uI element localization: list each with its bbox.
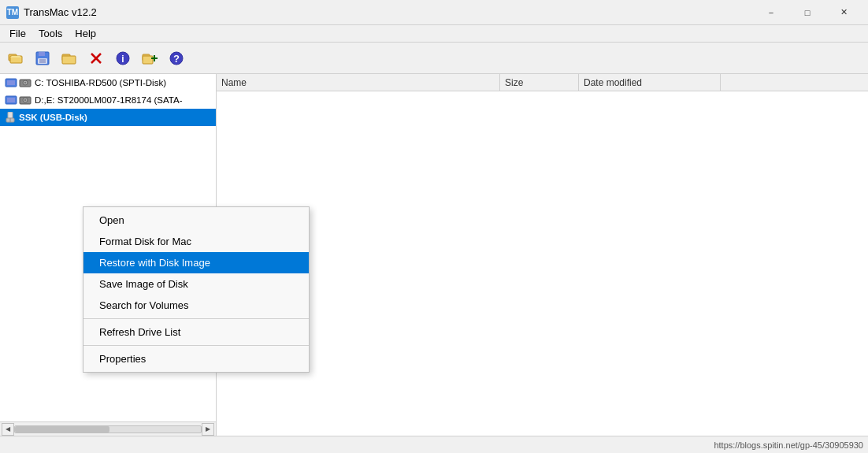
title-bar-controls: − □ ✕ <box>753 0 862 25</box>
drive-label-c: C: TOSHIBA-RD500 (SPTI-Disk) <box>35 78 166 87</box>
drive-item-d[interactable]: D:,E: ST2000LM007-1R8174 (SATA- <box>0 91 216 109</box>
svg-text:i: i <box>121 54 124 65</box>
svg-rect-28 <box>8 112 13 118</box>
drive-icon-c <box>5 77 17 88</box>
scroll-right-button[interactable]: ▶ <box>202 423 214 436</box>
close-button[interactable]: ✕ <box>825 0 862 25</box>
ctx-separator-2 <box>83 345 309 346</box>
delete-button[interactable] <box>83 46 109 71</box>
info-icon: i <box>115 50 131 66</box>
ctx-separator-1 <box>83 318 309 319</box>
new-folder-button[interactable] <box>137 46 162 71</box>
right-panel: Name Size Date modified <box>217 74 868 436</box>
svg-text:?: ? <box>173 53 180 65</box>
col-header-date: Date modified <box>579 74 721 91</box>
ctx-format[interactable]: Format Disk for Mac <box>83 231 309 252</box>
disk-icon-c <box>19 77 32 88</box>
svg-point-22 <box>24 82 26 84</box>
svg-rect-5 <box>39 59 46 63</box>
maximize-button[interactable]: □ <box>789 0 825 25</box>
menu-tools[interactable]: Tools <box>32 26 69 41</box>
ctx-open[interactable]: Open <box>83 210 309 231</box>
left-scrollbar: ◀ ▶ <box>0 421 216 436</box>
ctx-restore[interactable]: Restore with Disk Image <box>83 252 309 273</box>
status-bar: https://blogs.spitin.net/gp-45/30905930 <box>0 436 868 453</box>
svg-rect-24 <box>7 98 15 102</box>
svg-rect-3 <box>39 52 45 56</box>
menu-help[interactable]: Help <box>69 26 102 41</box>
menu-bar: File Tools Help <box>0 25 868 43</box>
folder-icon <box>61 50 77 66</box>
svg-rect-13 <box>143 56 153 64</box>
svg-point-27 <box>24 99 26 101</box>
status-text: https://blogs.spitin.net/gp-45/30905930 <box>714 440 863 450</box>
usb-icon <box>5 112 16 123</box>
drive-label-usb: SSK (USB-Disk) <box>19 113 87 122</box>
app-title: TransMac v12.2 <box>24 6 97 18</box>
save-button[interactable] <box>30 46 55 71</box>
help-button[interactable]: ? <box>164 46 189 71</box>
drive-item-usb[interactable]: SSK (USB-Disk) <box>0 109 216 126</box>
open-icon <box>8 50 24 66</box>
menu-file[interactable]: File <box>3 26 32 41</box>
scrollbar-thumb[interactable] <box>15 426 109 433</box>
app-icon: TM <box>6 6 19 19</box>
open-button[interactable] <box>3 46 28 71</box>
toolbar: i ? <box>0 43 868 74</box>
help-icon: ? <box>169 50 184 66</box>
svg-rect-19 <box>7 80 15 85</box>
ctx-refresh[interactable]: Refresh Drive List <box>83 321 309 343</box>
ctx-properties[interactable]: Properties <box>83 348 309 369</box>
ctx-search-volumes[interactable]: Search for Volumes <box>83 295 309 316</box>
new-folder-icon <box>142 50 158 66</box>
folder-button[interactable] <box>57 46 82 71</box>
save-icon <box>35 50 50 66</box>
col-header-size: Size <box>500 74 579 91</box>
context-menu: Open Format Disk for Mac Restore with Di… <box>83 206 310 373</box>
drive-icon-d <box>5 95 17 106</box>
drive-item-c[interactable]: C: TOSHIBA-RD500 (SPTI-Disk) <box>0 74 216 91</box>
disk-icon-d <box>19 95 32 106</box>
scroll-left-button[interactable]: ◀ <box>2 423 14 436</box>
minimize-button[interactable]: − <box>753 0 789 25</box>
info-button[interactable]: i <box>110 46 135 71</box>
column-headers: Name Size Date modified <box>217 74 868 91</box>
svg-rect-7 <box>62 56 76 64</box>
title-bar-left: TM TransMac v12.2 <box>6 6 97 19</box>
scrollbar-track[interactable] <box>14 425 202 433</box>
file-area <box>217 91 868 436</box>
delete-icon <box>88 50 104 66</box>
ctx-save-image[interactable]: Save Image of Disk <box>83 273 309 295</box>
main-area: C: TOSHIBA-RD500 (SPTI-Disk) D:,E: ST200… <box>0 74 868 436</box>
drive-label-d: D:,E: ST2000LM007-1R8174 (SATA- <box>35 95 183 105</box>
col-header-name: Name <box>217 74 500 91</box>
title-bar: TM TransMac v12.2 − □ ✕ <box>0 0 868 25</box>
